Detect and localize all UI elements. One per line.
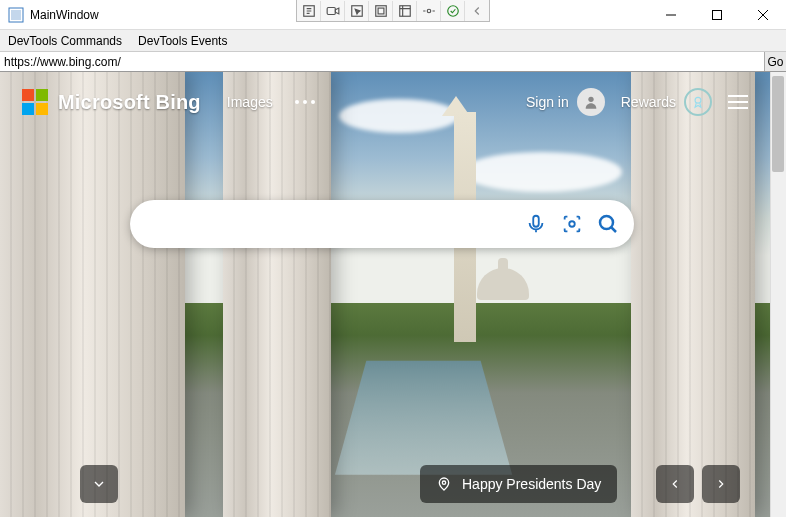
microsoft-logo-icon — [22, 89, 48, 115]
browser-content: Microsoft Bing Images Sign in Rewards — [0, 72, 786, 517]
menubar: DevTools Commands DevTools Events — [0, 30, 786, 52]
carousel-next-button[interactable] — [702, 465, 740, 503]
voice-search-icon[interactable] — [518, 206, 554, 242]
tool-check-icon[interactable] — [441, 1, 465, 21]
app-icon — [8, 7, 24, 23]
menu-devtools-events[interactable]: DevTools Events — [130, 34, 235, 48]
window-title: MainWindow — [30, 8, 99, 22]
tool-screenshot-icon[interactable] — [393, 1, 417, 21]
svg-point-11 — [588, 97, 593, 102]
page-viewport: Microsoft Bing Images Sign in Rewards — [0, 72, 770, 517]
menu-devtools-commands[interactable]: DevTools Commands — [0, 34, 130, 48]
rewards-label: Rewards — [621, 94, 676, 110]
svg-rect-13 — [533, 216, 539, 227]
minimize-button[interactable] — [648, 0, 694, 30]
location-pin-icon — [436, 476, 452, 492]
carousel-prev-button[interactable] — [656, 465, 694, 503]
brand-label[interactable]: Microsoft Bing — [58, 91, 201, 114]
tool-cursor-icon[interactable] — [345, 1, 369, 21]
svg-point-8 — [427, 9, 431, 13]
svg-rect-1 — [11, 10, 21, 20]
sign-in-label: Sign in — [526, 94, 569, 110]
address-input[interactable] — [0, 52, 764, 71]
rewards-link[interactable]: Rewards — [621, 88, 712, 116]
tool-settings-icon[interactable] — [297, 1, 321, 21]
scrollbar-thumb[interactable] — [772, 76, 784, 172]
devtools-toolbar — [296, 0, 490, 22]
svg-rect-10 — [713, 10, 722, 19]
svg-point-16 — [442, 481, 445, 484]
vertical-scrollbar[interactable] — [770, 72, 786, 517]
search-box — [130, 200, 634, 248]
search-input[interactable] — [150, 215, 518, 233]
svg-point-9 — [447, 5, 458, 16]
maximize-button[interactable] — [694, 0, 740, 30]
hamburger-menu-icon[interactable] — [728, 95, 748, 109]
close-button[interactable] — [740, 0, 786, 30]
nav-images[interactable]: Images — [227, 94, 273, 110]
svg-rect-7 — [399, 5, 410, 16]
rewards-badge-icon — [684, 88, 712, 116]
carousel-controls — [656, 465, 740, 503]
window-titlebar: MainWindow — [0, 0, 786, 30]
svg-rect-5 — [375, 5, 386, 16]
address-bar-row: Go — [0, 52, 786, 72]
hero-background — [0, 72, 770, 517]
sign-in-link[interactable]: Sign in — [526, 88, 605, 116]
more-menu-icon[interactable] — [295, 100, 315, 104]
image-caption[interactable]: Happy Presidents Day — [420, 465, 617, 503]
tool-back-icon[interactable] — [465, 1, 489, 21]
bing-header: Microsoft Bing Images Sign in Rewards — [0, 72, 770, 132]
tool-target-icon[interactable] — [417, 1, 441, 21]
svg-point-12 — [695, 97, 701, 103]
caption-text: Happy Presidents Day — [462, 476, 601, 492]
svg-point-14 — [569, 221, 575, 227]
svg-rect-6 — [378, 8, 384, 14]
tool-record-icon[interactable] — [321, 1, 345, 21]
svg-rect-3 — [327, 7, 335, 14]
avatar-icon — [577, 88, 605, 116]
search-icon[interactable] — [590, 206, 626, 242]
tool-frame-icon[interactable] — [369, 1, 393, 21]
scroll-down-button[interactable] — [80, 465, 118, 503]
image-search-icon[interactable] — [554, 206, 590, 242]
go-button[interactable]: Go — [764, 52, 786, 71]
